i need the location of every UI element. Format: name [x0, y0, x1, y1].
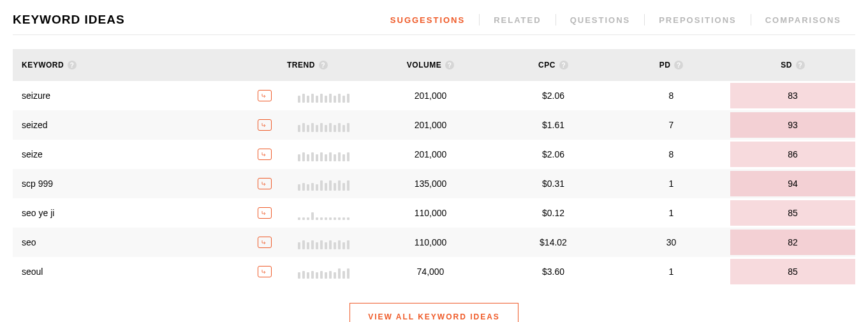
trend-bar	[316, 154, 318, 161]
trend-bar	[325, 154, 327, 161]
cell-keyword: seized	[13, 112, 281, 138]
trend-bar	[329, 180, 332, 191]
col-header-volume[interactable]: VOLUME ?	[367, 49, 494, 81]
trend-bar	[320, 240, 323, 249]
cell-trend	[281, 81, 367, 110]
cell-keyword: seo ye ji	[13, 200, 281, 226]
table-row: seized201,000$1.61793	[13, 110, 855, 140]
tab-suggestions[interactable]: SUGGESTIONS	[376, 15, 479, 25]
col-header-pd[interactable]: PD ?	[612, 49, 730, 81]
trend-bar	[298, 125, 300, 132]
trend-bar	[302, 152, 305, 161]
trend-bar	[320, 271, 323, 279]
keyword-text: seo	[22, 237, 36, 247]
col-header-sd[interactable]: SD ?	[730, 49, 855, 81]
expand-icon[interactable]	[258, 237, 272, 248]
cell-sd: 85	[730, 200, 855, 226]
trend-bar	[325, 183, 327, 191]
cell-cpc: $14.02	[494, 230, 612, 255]
trend-bar	[311, 240, 314, 249]
trend-bar	[302, 217, 305, 220]
trend-bar	[329, 94, 332, 103]
cell-cpc: $0.31	[494, 171, 612, 196]
trend-bar	[311, 123, 314, 132]
trend-bar	[307, 184, 309, 191]
trend-bar	[302, 183, 305, 191]
trend-bar	[347, 94, 349, 103]
cell-cpc: $1.61	[494, 112, 612, 138]
trend-bar	[347, 123, 349, 132]
expand-icon[interactable]	[258, 149, 272, 160]
trend-bar	[316, 217, 318, 220]
trend-bar	[342, 125, 345, 132]
trend-bar	[307, 217, 309, 220]
trend-bar	[347, 180, 349, 191]
expand-icon[interactable]	[258, 90, 272, 101]
expand-icon[interactable]	[258, 266, 272, 277]
trend-bar	[320, 180, 323, 191]
keyword-text: seizure	[22, 91, 50, 101]
info-icon[interactable]: ?	[796, 61, 805, 70]
expand-icon[interactable]	[258, 207, 272, 219]
cell-volume: 201,000	[367, 83, 494, 108]
cell-trend	[281, 257, 367, 286]
info-icon[interactable]: ?	[445, 61, 454, 70]
cell-sd: 85	[730, 259, 855, 284]
cell-volume: 110,000	[367, 200, 494, 226]
tab-questions[interactable]: QUESTIONS	[556, 15, 645, 25]
info-icon[interactable]: ?	[68, 61, 77, 70]
trend-bar	[325, 125, 327, 132]
cell-keyword: seoul	[13, 258, 281, 285]
table-row: scp 999135,000$0.31194	[13, 169, 855, 198]
table-row: seoul74,000$3.60185	[13, 257, 855, 286]
tabs: SUGGESTIONSRELATEDQUESTIONSPREPOSITIONSC…	[376, 14, 855, 26]
trend-sparkline	[287, 265, 360, 279]
table-row: seo110,000$14.023082	[13, 228, 855, 257]
trend-bar	[307, 242, 309, 249]
trend-bar	[342, 96, 345, 103]
trend-bar	[302, 240, 305, 249]
trend-bar	[329, 217, 332, 220]
cell-pd: 1	[612, 171, 730, 196]
trend-bar	[302, 94, 305, 103]
trend-bar	[334, 217, 336, 220]
tab-prepositions[interactable]: PREPOSITIONS	[645, 15, 751, 25]
trend-sparkline	[287, 89, 360, 103]
col-header-keyword[interactable]: KEYWORD ?	[13, 49, 281, 81]
expand-icon[interactable]	[258, 119, 272, 131]
trend-bar	[320, 94, 323, 103]
col-header-trend[interactable]: TREND ?	[281, 49, 367, 81]
cell-sd: 94	[730, 171, 855, 196]
col-header-cpc[interactable]: CPC ?	[494, 49, 612, 81]
tab-comparisons[interactable]: COMPARISONS	[751, 15, 855, 25]
cell-sd: 86	[730, 142, 855, 167]
info-icon[interactable]: ?	[674, 61, 683, 70]
tab-related[interactable]: RELATED	[480, 15, 555, 25]
cell-pd: 1	[612, 259, 730, 284]
trend-bar	[334, 154, 336, 161]
trend-bar	[316, 125, 318, 132]
info-icon[interactable]: ?	[319, 61, 328, 70]
trend-sparkline	[287, 235, 360, 249]
cell-pd: 7	[612, 112, 730, 138]
col-header-label: PD	[659, 61, 671, 70]
cell-pd: 30	[612, 230, 730, 255]
trend-bar	[329, 240, 332, 249]
trend-bar	[338, 152, 341, 161]
keyword-text: seo ye ji	[22, 208, 54, 218]
trend-bar	[307, 154, 309, 161]
trend-bar	[325, 217, 327, 220]
trend-bar	[342, 217, 345, 220]
expand-icon[interactable]	[258, 178, 272, 189]
keyword-table: KEYWORD ? TREND ? VOLUME ? CPC ? PD ? SD…	[13, 49, 855, 286]
trend-bar	[338, 94, 341, 103]
cell-volume: 135,000	[367, 171, 494, 196]
keyword-text: scp 999	[22, 179, 53, 189]
trend-bar	[311, 271, 314, 279]
trend-bar	[307, 125, 309, 132]
trend-bar	[298, 242, 300, 249]
info-icon[interactable]: ?	[559, 61, 568, 70]
keyword-text: seoul	[22, 267, 43, 277]
cell-cpc: $3.60	[494, 259, 612, 284]
view-all-button[interactable]: VIEW ALL KEYWORD IDEAS	[349, 303, 519, 322]
